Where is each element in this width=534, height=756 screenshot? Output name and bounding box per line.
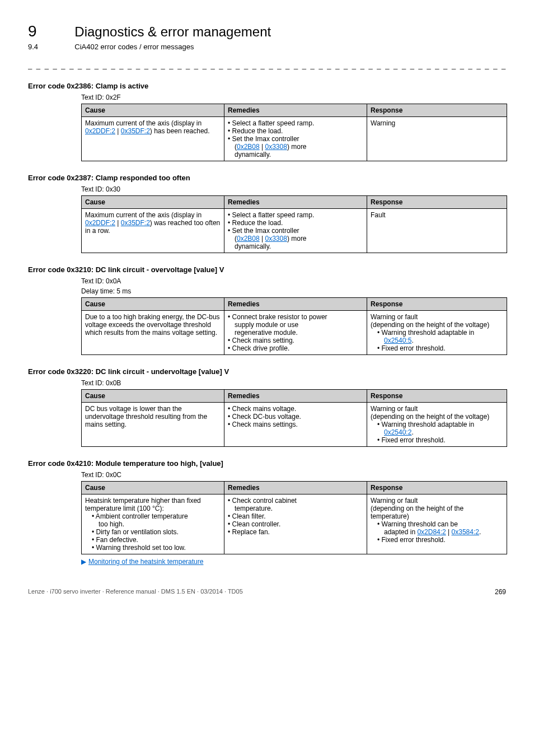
response-line: (depending on the height of the voltage): [371, 413, 503, 421]
response-line: (depending on the height of the temperat…: [371, 505, 503, 520]
cause-text-end: ) has been reached.: [150, 127, 210, 135]
cause-cell: Maximum current of the axis (display in …: [82, 117, 224, 161]
text-id: Text ID: 0x30: [81, 185, 506, 193]
remedy-line: • Check mains setting.: [228, 337, 363, 344]
link-0x35DF-2[interactable]: 0x35DF:2: [121, 127, 150, 135]
link-0x2DDF-2[interactable]: 0x2DDF:2: [85, 127, 115, 135]
remedy-line: • Replace fan.: [228, 528, 363, 536]
table-row: DC bus voltage is lower than the undervo…: [82, 403, 507, 447]
error-table: Cause Remedies Response Heatsink tempera…: [81, 481, 507, 554]
remedy-line: • Check mains settings.: [228, 421, 363, 428]
error-table: Cause Remedies Response Due to a too hig…: [81, 297, 507, 355]
remedy-line: supply module or use: [235, 321, 363, 329]
text-id: Text ID: 0x0C: [81, 471, 506, 479]
response-line: • Fixed error threshold.: [377, 344, 503, 352]
sep: |: [446, 528, 452, 536]
table-row: Heatsink temperature higher than fixed t…: [82, 494, 507, 554]
link-0x3308[interactable]: 0x3308: [265, 235, 287, 242]
error-title: Error code 0x3210: DC link circuit - ove…: [28, 265, 506, 274]
error-title: Error code 0x4210: Module temperature to…: [28, 459, 506, 468]
th-cause: Cause: [82, 390, 224, 403]
sep: |: [115, 219, 121, 227]
cause-cell: Heatsink temperature higher than fixed t…: [82, 494, 224, 554]
response-cell: Warning: [367, 117, 507, 161]
cause-cell: Due to a too high braking energy, the DC…: [82, 311, 224, 355]
paren-end: ) more: [287, 143, 307, 151]
chapter-title: Diagnostics & error management: [74, 24, 271, 39]
section-number: 9.4: [28, 43, 73, 51]
period: .: [411, 337, 413, 344]
response-line: • Warning threshold adaptable in: [377, 329, 503, 337]
remedy-line: • Reduce the load.: [228, 127, 363, 135]
remedy-line: • Clean filter.: [228, 512, 363, 520]
text-id: Text ID: 0x0A: [81, 277, 506, 285]
remedy-line: • Reduce the load.: [228, 219, 363, 227]
remedy-line: regenerative module.: [235, 329, 363, 337]
chapter-number: 9: [28, 22, 73, 40]
remedy-line: dynamically.: [235, 242, 363, 250]
response-cell: Warning or fault (depending on the heigh…: [367, 403, 507, 447]
response-line: • Fixed error threshold.: [377, 436, 503, 444]
link-0x2B08[interactable]: 0x2B08: [237, 235, 260, 242]
paren-end: ) more: [287, 235, 307, 242]
link-0x2D84-2[interactable]: 0x2D84:2: [417, 528, 446, 536]
response-line: • Warning threshold adaptable in: [377, 421, 503, 428]
link-0x2540-2[interactable]: 0x2540:2: [384, 428, 411, 436]
remedy-line: • Connect brake resistor to power: [228, 313, 363, 321]
period: .: [411, 428, 413, 436]
page-number: 269: [495, 588, 506, 596]
response-text: adapted in: [384, 528, 417, 536]
remedies-cell: • Check mains voltage. • Check DC-bus vo…: [224, 403, 367, 447]
th-response: Response: [367, 390, 507, 403]
cause-text: Maximum current of the axis (display in: [85, 119, 202, 127]
remedy-line: • Check drive profile.: [228, 344, 363, 352]
response-line: 0x2540:2.: [384, 428, 503, 436]
section-title: CiA402 error codes / error messages: [74, 43, 194, 51]
error-title: Error code 0x3220: DC link circuit - und…: [28, 367, 506, 376]
response-line: • Fixed error threshold.: [377, 536, 503, 544]
cause-line: • Fan defective.: [92, 536, 221, 544]
remedy-line: • Select a flatter speed ramp.: [228, 119, 363, 127]
error-table: Cause Remedies Response DC bus voltage i…: [81, 389, 507, 447]
error-block-0x2386: Error code 0x2386: Clamp is active Text …: [28, 82, 506, 161]
period: .: [479, 528, 481, 536]
response-line: (depending on the height of the voltage): [371, 321, 503, 329]
link-0x2540-5[interactable]: 0x2540:5: [384, 337, 411, 344]
footer-text: Lenze · i700 servo inverter · Reference …: [28, 588, 243, 595]
remedies-cell: • Select a flatter speed ramp. • Reduce …: [224, 209, 367, 253]
remedy-line: • Set the Imax controller: [228, 227, 363, 235]
remedy-line: (0x2B08 | 0x3308) more: [235, 235, 363, 242]
th-response: Response: [367, 104, 507, 117]
response-line: Warning or fault: [371, 313, 503, 321]
delay-time: Delay time: 5 ms: [81, 287, 506, 295]
link-0x2DDF-2[interactable]: 0x2DDF:2: [85, 219, 115, 227]
remedy-line: temperature.: [235, 505, 363, 512]
link-0x35DF-2[interactable]: 0x35DF:2: [121, 219, 150, 227]
th-response: Response: [367, 196, 507, 209]
divider: _ _ _ _ _ _ _ _ _ _ _ _ _ _ _ _ _ _ _ _ …: [28, 61, 506, 69]
th-remedies: Remedies: [224, 482, 367, 494]
remedy-line: • Set the Imax controller: [228, 135, 363, 143]
cause-line: • Warning threshold set too low.: [92, 544, 221, 552]
th-cause: Cause: [82, 104, 224, 117]
error-block-0x4210: Error code 0x4210: Module temperature to…: [28, 459, 506, 566]
cause-cell: DC bus voltage is lower than the undervo…: [82, 403, 224, 447]
remedies-cell: • Check control cabinet temperature. • C…: [224, 494, 367, 554]
th-remedies: Remedies: [224, 298, 367, 311]
cause-line: • Dirty fan or ventilation slots.: [92, 528, 221, 536]
th-remedies: Remedies: [224, 196, 367, 209]
response-cell: Fault: [367, 209, 507, 253]
text-id: Text ID: 0x0B: [81, 379, 506, 387]
sep: |: [115, 127, 121, 135]
page-footer: Lenze · i700 servo inverter · Reference …: [28, 588, 506, 595]
text-id: Text ID: 0x2F: [81, 94, 506, 101]
response-line: Warning or fault: [371, 497, 503, 505]
link-0x2B08[interactable]: 0x2B08: [237, 143, 260, 151]
response-line: Warning or fault: [371, 405, 503, 413]
link-heatsink-monitoring[interactable]: Monitoring of the heatsink temperature: [88, 558, 203, 566]
link-0x3308[interactable]: 0x3308: [265, 143, 287, 151]
th-response: Response: [367, 482, 507, 494]
cause-line: • Ambient controller temperature: [92, 512, 221, 520]
link-0x3584-2[interactable]: 0x3584:2: [452, 528, 479, 536]
remedy-line: • Check mains voltage.: [228, 405, 363, 413]
